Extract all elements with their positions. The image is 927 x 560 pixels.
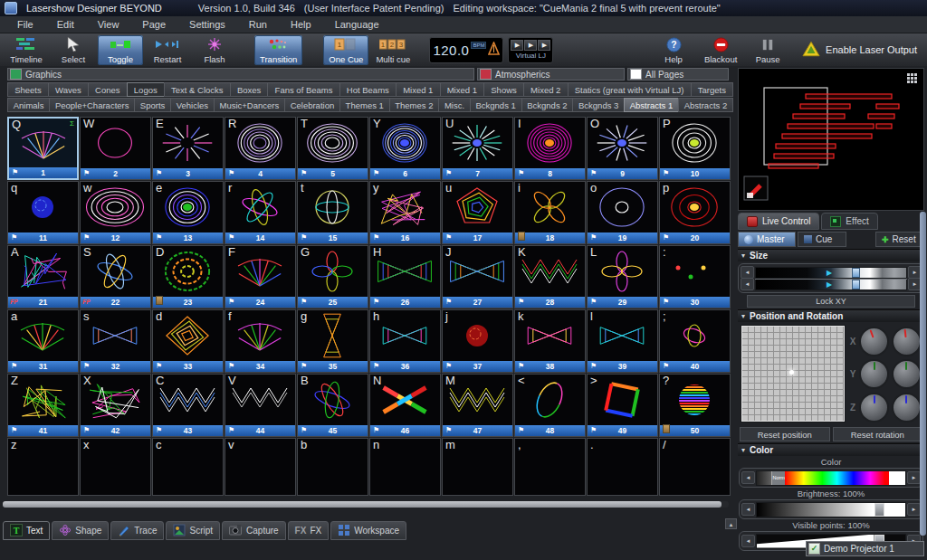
tab-shape[interactable]: Shape: [52, 521, 109, 540]
section-header-position[interactable]: ▾ Position and Rotation: [738, 309, 924, 322]
slider-left-arrow[interactable]: ◄: [741, 503, 755, 516]
cue-cell-17[interactable]: u⚑17: [442, 181, 513, 244]
one-cue-button[interactable]: 1One Cue: [323, 35, 368, 65]
cue-cell-31[interactable]: a⚑31: [7, 309, 79, 373]
page-tab-bckgnds-1[interactable]: Bckgnds 1: [470, 98, 522, 112]
cue-cell-4[interactable]: R⚑4: [225, 117, 296, 180]
page-tab-mixed-1[interactable]: Mixed 1: [440, 82, 485, 97]
cue-cell-empty-9[interactable]: .: [587, 438, 658, 496]
cue-cell-13[interactable]: e⚑13: [152, 181, 224, 244]
slider-right-arrow[interactable]: ►: [907, 503, 921, 516]
menu-run[interactable]: Run: [237, 19, 279, 30]
cue-cell-3[interactable]: E⚑3: [152, 117, 224, 180]
cue-cell-36[interactable]: h⚑36: [369, 309, 441, 373]
cue-cell-19[interactable]: o⚑19: [587, 181, 658, 244]
menu-edit[interactable]: Edit: [45, 19, 86, 30]
menu-file[interactable]: File: [5, 19, 45, 30]
tab-workspace[interactable]: Workspace: [330, 521, 406, 540]
cue-cell-7[interactable]: U⚑7: [442, 117, 513, 180]
cue-cell-50[interactable]: ?50: [659, 374, 731, 437]
help-button[interactable]: ?Help: [651, 35, 696, 65]
cue-cell-32[interactable]: s⚑32: [80, 309, 151, 373]
cue-cell-47[interactable]: M⚑47: [442, 374, 513, 437]
category-atmospherics[interactable]: Atmospherics: [477, 68, 625, 81]
flash-button[interactable]: Flash: [192, 35, 237, 65]
cue-cell-34[interactable]: f⚑34: [225, 309, 296, 373]
category-graphics[interactable]: Graphics: [7, 68, 474, 81]
cue-cell-28[interactable]: K⚑28: [514, 245, 586, 308]
horizontal-scrollbar-thumb[interactable]: [3, 501, 722, 508]
page-tab-waves[interactable]: Waves: [48, 82, 89, 97]
cue-cell-49[interactable]: >⚑49: [587, 374, 658, 437]
reset-button[interactable]: ✚ Reset: [875, 232, 924, 247]
section-header-color[interactable]: ▾ Color: [738, 443, 924, 456]
tab-script[interactable]: Script: [166, 521, 220, 540]
timeline-button[interactable]: Timeline: [4, 35, 49, 65]
cue-cell-27[interactable]: J⚑27: [442, 245, 513, 308]
virtual-lj-play-icons[interactable]: ▶▶▶: [511, 40, 550, 51]
cue-cell-16[interactable]: y⚑16: [369, 181, 441, 244]
page-tab-statics-great-with-virtual-lj[interactable]: Statics (great with Virtual LJ): [568, 82, 692, 97]
transition-button[interactable]: Transition: [254, 35, 302, 65]
page-tab-abstracts-1[interactable]: Abstracts 1: [624, 98, 679, 112]
page-tab-sports[interactable]: Sports: [134, 98, 171, 112]
cue-cell-18[interactable]: i18: [514, 181, 586, 244]
z-rotation-knob[interactable]: [892, 393, 922, 422]
page-tab-themes-1[interactable]: Themes 1: [339, 98, 390, 112]
slider-left-arrow[interactable]: ◄: [741, 278, 754, 290]
cue-cell-42[interactable]: X⚑42: [80, 374, 151, 437]
toggle-button[interactable]: Toggle: [98, 35, 143, 65]
cue-cell-37[interactable]: j⚑37: [442, 309, 513, 373]
page-tab-text-clocks[interactable]: Text & Clocks: [164, 82, 231, 97]
cue-cell-empty-8[interactable]: ,: [514, 438, 586, 496]
cue-cell-43[interactable]: C⚑43: [152, 374, 224, 437]
cue-cell-empty-3[interactable]: c: [152, 438, 224, 496]
cue-cell-12[interactable]: w⚑12: [80, 181, 151, 244]
tab-trace[interactable]: Trace: [110, 521, 164, 540]
cue-cell-44[interactable]: V⚑44: [225, 374, 296, 437]
blackout-button[interactable]: Blackout: [698, 35, 743, 65]
tab-master[interactable]: Master: [738, 232, 796, 247]
virtual-lj[interactable]: ▶▶▶ Virtual LJ: [508, 37, 553, 63]
color-slider[interactable]: ◄ Norm ►: [739, 468, 923, 488]
page-tab-cones[interactable]: Cones: [88, 82, 128, 97]
page-tab-logos[interactable]: Logos: [127, 82, 165, 97]
cue-cell-23[interactable]: D23: [152, 245, 224, 308]
cue-cell-14[interactable]: r⚑14: [225, 181, 296, 244]
cue-cell-40[interactable]: ;⚑40: [659, 309, 731, 373]
cue-cell-41[interactable]: Z⚑41: [7, 374, 79, 437]
menu-view[interactable]: View: [86, 19, 131, 30]
size-slider-group[interactable]: ◄ ▶ ► ◄ ▶ ►: [738, 263, 924, 293]
cue-cell-9[interactable]: O⚑9: [587, 117, 658, 180]
menu-page[interactable]: Page: [130, 19, 177, 30]
size-track-y[interactable]: ▶: [755, 279, 907, 290]
y-position-knob[interactable]: [859, 359, 889, 389]
horizontal-scrollbar[interactable]: [3, 501, 729, 508]
cue-cell-11[interactable]: q⚑11: [7, 181, 79, 244]
menu-help[interactable]: Help: [279, 19, 323, 30]
cue-cell-empty-2[interactable]: x: [80, 438, 151, 496]
tab-capture[interactable]: Capture: [222, 521, 286, 540]
size-handle-x[interactable]: [852, 268, 860, 278]
vertical-scrollbar[interactable]: [920, 212, 926, 536]
color-track[interactable]: Norm: [756, 470, 906, 486]
enable-laser-output-button[interactable]: Enable Laser Output: [802, 41, 917, 59]
cue-cell-26[interactable]: H⚑26: [369, 245, 441, 308]
page-tab-hot-beams[interactable]: Hot Beams: [339, 82, 397, 97]
size-handle-y[interactable]: [852, 280, 860, 289]
cue-cell-48[interactable]: <⚑48: [514, 374, 586, 437]
select-button[interactable]: Select: [51, 35, 96, 65]
cue-cell-empty-4[interactable]: v: [225, 438, 296, 496]
cue-cell-1[interactable]: QΣ⚑1: [7, 117, 79, 180]
menu-language[interactable]: Language: [323, 19, 391, 30]
page-tab-animals[interactable]: Animals: [7, 98, 50, 112]
brightness-handle[interactable]: [874, 503, 884, 517]
page-tab-mixed-2[interactable]: Mixed 2: [523, 82, 569, 97]
cue-cell-empty-5[interactable]: b: [297, 438, 368, 496]
y-rotation-knob[interactable]: [892, 359, 922, 389]
scroll-up-button[interactable]: ▴: [725, 518, 737, 529]
page-tab-shows[interactable]: Shows: [483, 82, 524, 97]
page-tab-abstracts-2[interactable]: Abstracts 2: [678, 98, 733, 112]
z-position-knob[interactable]: [859, 393, 889, 422]
tab-effect[interactable]: Effect: [821, 213, 877, 230]
